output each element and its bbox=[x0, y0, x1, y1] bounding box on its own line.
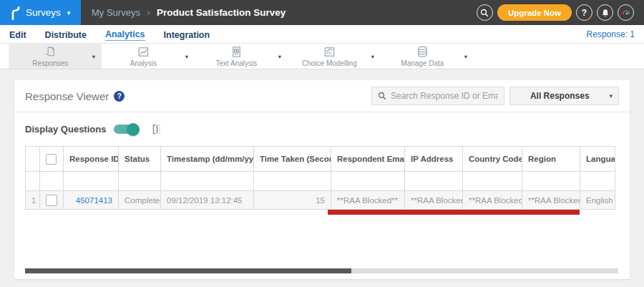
ribbon-label-responses: Responses bbox=[32, 59, 68, 67]
response-count-label: Response: 1 bbox=[587, 29, 635, 39]
notifications-button[interactable] bbox=[597, 4, 613, 21]
account-avatar[interactable] bbox=[618, 4, 634, 21]
filter-timestamp[interactable] bbox=[161, 172, 254, 191]
manage-data-icon bbox=[416, 45, 429, 59]
surveys-product-menu[interactable]: Surveys ▾ bbox=[0, 0, 81, 25]
upgrade-now-button[interactable]: Upgrade Now bbox=[497, 4, 572, 21]
country-code-cell: **RAA Blocked** bbox=[463, 191, 522, 210]
manage-data-button[interactable]: Manage Data bbox=[381, 44, 464, 69]
ribbon-item-text-analysis[interactable]: Text Analysis ▾ bbox=[195, 44, 288, 69]
responses-table-wrap: Response ID▾ Status Timestamp (dd/mm/yyy… bbox=[25, 146, 615, 210]
select-all-header bbox=[40, 147, 64, 172]
col-response-id[interactable]: Response ID▾ bbox=[64, 147, 119, 172]
responses-icon bbox=[44, 45, 57, 59]
responses-filter-value: All Responses bbox=[510, 91, 609, 101]
col-language: Language bbox=[580, 147, 615, 172]
page-title: Product Satisfaction Survey bbox=[157, 7, 286, 18]
viewer-title: Response Viewer bbox=[25, 90, 109, 102]
row-checkbox[interactable] bbox=[46, 195, 57, 206]
choice-modelling-dropdown-caret[interactable]: ▾ bbox=[371, 53, 381, 60]
ribbon-item-analysis[interactable]: Analysis ▾ bbox=[102, 44, 195, 69]
table-row: 1 45071413 Completed 09/12/2019 13:12:45… bbox=[26, 191, 615, 210]
response-id-cell[interactable]: 45071413 bbox=[64, 191, 119, 210]
col-ip-address: IP Address bbox=[405, 147, 463, 172]
filter-time-taken[interactable] bbox=[254, 172, 331, 191]
survey-tab-bar: Edit Distribute Analytics Integration Re… bbox=[0, 25, 644, 43]
choice-modelling-button[interactable]: Choice Modelling bbox=[288, 44, 371, 69]
viewer-header: Response Viewer ? All Responses ▾ bbox=[14, 80, 630, 112]
filter-country[interactable] bbox=[463, 172, 522, 191]
responses-button[interactable]: Responses bbox=[9, 44, 92, 69]
scrollbar-thumb[interactable] bbox=[25, 268, 351, 273]
choice-modelling-icon bbox=[323, 45, 336, 59]
breadcrumb-my-surveys[interactable]: My Surveys bbox=[92, 7, 140, 18]
search-icon bbox=[480, 9, 489, 17]
text-analysis-dropdown-caret[interactable]: ▾ bbox=[278, 53, 288, 60]
display-questions-label: Display Questions bbox=[25, 124, 106, 135]
analysis-button[interactable]: Analysis bbox=[102, 44, 185, 69]
tab-distribute[interactable]: Distribute bbox=[45, 29, 87, 40]
col-label-country: Country Code bbox=[469, 155, 522, 163]
tab-integration[interactable]: Integration bbox=[164, 29, 210, 40]
ribbon-item-manage-data[interactable]: Manage Data ▾ bbox=[381, 44, 474, 69]
col-country-code: Country Code bbox=[463, 147, 522, 172]
col-label-time-taken: Time Taken (Seconds) bbox=[260, 155, 331, 163]
ribbon-item-responses[interactable]: Responses ▾ bbox=[9, 44, 102, 69]
responses-dropdown-caret[interactable]: ▾ bbox=[92, 53, 102, 60]
column-filter-row bbox=[26, 172, 615, 191]
region-cell: **RAA Blocked** bbox=[522, 191, 580, 210]
freeze-columns-icon[interactable] bbox=[151, 123, 163, 135]
red-underline-annotation bbox=[328, 210, 580, 215]
respondent-email-cell: **RAA Blocked** bbox=[331, 191, 405, 210]
col-label-ip: IP Address bbox=[411, 155, 453, 163]
row-number-cell: 1 bbox=[26, 191, 40, 210]
filter-ip[interactable] bbox=[405, 172, 463, 191]
horizontal-scrollbar[interactable] bbox=[25, 268, 618, 273]
viewer-help-icon[interactable]: ? bbox=[114, 91, 125, 102]
gauge-avatar-icon bbox=[621, 8, 631, 18]
help-button[interactable]: ? bbox=[576, 4, 592, 21]
response-search-input[interactable] bbox=[391, 91, 498, 101]
filter-response-id[interactable] bbox=[64, 172, 119, 191]
breadcrumb: My Surveys › Product Satisfaction Survey bbox=[92, 7, 286, 18]
viewer-controls: Display Questions bbox=[14, 112, 630, 146]
analysis-icon bbox=[137, 45, 150, 59]
tab-analytics[interactable]: Analytics bbox=[105, 28, 145, 41]
filter-status[interactable] bbox=[119, 172, 161, 191]
col-status: Status bbox=[119, 147, 161, 172]
text-analysis-button[interactable]: Text Analysis bbox=[195, 44, 278, 69]
global-search-button[interactable] bbox=[477, 4, 493, 21]
toggle-knob bbox=[127, 123, 140, 136]
responses-table: Response ID▾ Status Timestamp (dd/mm/yyy… bbox=[25, 146, 615, 210]
filter-email[interactable] bbox=[331, 172, 405, 191]
status-cell: Completed bbox=[119, 191, 161, 210]
search-icon bbox=[378, 92, 386, 100]
responses-filter-dropdown[interactable]: All Responses ▾ bbox=[509, 87, 619, 105]
filter-language[interactable] bbox=[580, 172, 615, 191]
question-mark-icon: ? bbox=[582, 8, 587, 18]
table-header-row: Response ID▾ Status Timestamp (dd/mm/yyy… bbox=[26, 147, 615, 172]
row-select-cell bbox=[40, 191, 64, 210]
col-label-status: Status bbox=[125, 155, 150, 163]
col-respondent-email: Respondent Email bbox=[331, 147, 405, 172]
tab-edit[interactable]: Edit bbox=[9, 29, 26, 40]
col-label-response-id: Response ID bbox=[69, 155, 119, 163]
filter-region[interactable] bbox=[522, 172, 580, 191]
display-questions-toggle[interactable] bbox=[114, 125, 139, 134]
col-time-taken[interactable]: Time Taken (Seconds)⇅ bbox=[254, 147, 331, 172]
response-search-box[interactable] bbox=[371, 87, 504, 105]
analysis-dropdown-caret[interactable]: ▾ bbox=[185, 53, 195, 60]
manage-data-dropdown-caret[interactable]: ▾ bbox=[464, 53, 474, 60]
col-label-timestamp: Timestamp (dd/mm/yyyy) bbox=[167, 155, 254, 163]
timestamp-cell: 09/12/2019 13:12:45 bbox=[161, 191, 254, 210]
col-label-language: Language bbox=[586, 155, 615, 163]
ribbon-item-choice-modelling[interactable]: Choice Modelling ▾ bbox=[288, 44, 381, 69]
analytics-ribbon: Responses ▾ Analysis ▾ Text Analysis ▾ bbox=[0, 43, 644, 69]
row-number-header bbox=[26, 147, 40, 172]
col-timestamp[interactable]: Timestamp (dd/mm/yyyy)⇅ bbox=[161, 147, 254, 172]
ribbon-label-analysis: Analysis bbox=[130, 59, 157, 67]
col-region: Region bbox=[522, 147, 580, 172]
top-bar: Surveys ▾ My Surveys › Product Satisfact… bbox=[0, 0, 644, 25]
select-all-checkbox[interactable] bbox=[46, 154, 57, 165]
breadcrumb-separator: › bbox=[147, 7, 150, 18]
